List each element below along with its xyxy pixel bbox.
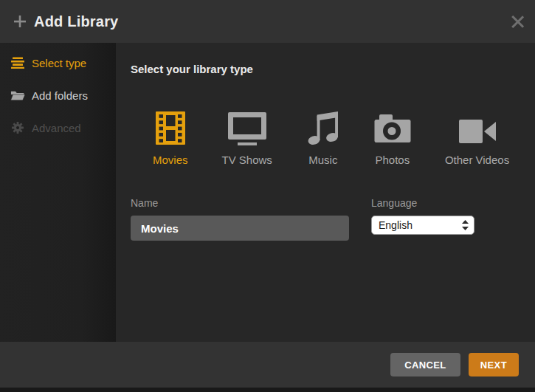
language-field-group: Language English: [371, 197, 474, 235]
gear-icon: [10, 122, 25, 134]
dialog-body: Select type Add folders: [0, 43, 535, 342]
cancel-button[interactable]: CANCEL: [390, 353, 460, 376]
music-note-icon: [306, 109, 340, 145]
type-option-photos[interactable]: Photos: [374, 109, 411, 166]
type-label: Other Videos: [445, 154, 509, 166]
add-library-dialog: Add Library: [0, 0, 535, 392]
wizard-steps-sidebar: Select type Add folders: [0, 43, 116, 342]
library-type-row: Movies TV Shows: [153, 109, 535, 166]
language-selected-value: English: [379, 219, 462, 231]
sidebar-item-advanced: Advanced: [0, 111, 116, 144]
folder-icon: [10, 89, 25, 102]
sidebar-item-add-folders[interactable]: Add folders: [0, 79, 116, 111]
sidebar-item-label: Select type: [32, 57, 86, 69]
sidebar-item-label: Add folders: [32, 89, 88, 102]
name-field-group: Name: [131, 197, 349, 241]
film-icon: [153, 109, 187, 145]
dialog-footer: CANCEL NEXT: [0, 342, 535, 388]
type-label: Movies: [153, 154, 188, 166]
panel-heading: Select your library type: [131, 63, 535, 75]
library-settings-row: Name Language English: [131, 197, 535, 241]
type-option-tv-shows[interactable]: TV Shows: [222, 109, 272, 166]
background-strip: [0, 388, 535, 392]
sidebar-item-label: Advanced: [32, 122, 81, 134]
stepper-icon: [462, 220, 469, 230]
dialog-titlebar: Add Library: [0, 0, 535, 43]
video-camera-icon: [458, 109, 497, 145]
name-field-label: Name: [131, 197, 349, 209]
type-label: Music: [308, 154, 337, 166]
type-label: TV Shows: [222, 154, 272, 166]
camera-icon: [374, 109, 411, 145]
dialog-title: Add Library: [34, 13, 118, 30]
next-button[interactable]: NEXT: [469, 353, 519, 376]
type-option-music[interactable]: Music: [306, 109, 340, 166]
list-lines-icon: [10, 57, 25, 69]
type-option-other-videos[interactable]: Other Videos: [445, 109, 509, 166]
type-label: Photos: [376, 154, 410, 166]
language-field-label: Language: [371, 197, 474, 209]
close-icon[interactable]: [511, 16, 524, 28]
select-type-panel: Select your library type: [116, 43, 535, 342]
name-input[interactable]: [131, 216, 349, 241]
tv-icon: [227, 109, 267, 145]
plus-icon: [13, 15, 27, 28]
sidebar-item-select-type[interactable]: Select type: [0, 47, 116, 79]
language-select[interactable]: English: [371, 216, 474, 235]
type-option-movies[interactable]: Movies: [153, 109, 188, 166]
